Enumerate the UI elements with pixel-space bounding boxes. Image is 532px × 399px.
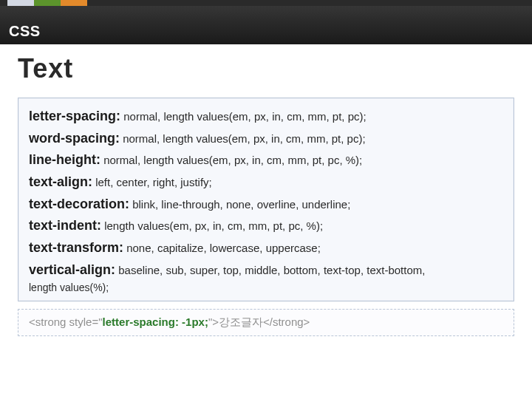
property-line: vertical-align: baseline, sub, super, to…: [29, 259, 503, 282]
accent-segment: [34, 0, 61, 6]
property-values: normal, length values(em, px, in, cm, mm…: [123, 110, 366, 123]
content-area: Text letter-spacing: normal, length valu…: [0, 44, 532, 345]
accent-segment: [0, 0, 7, 6]
header-title: CSS: [9, 23, 41, 40]
property-line: text-decoration: blink, line-through, no…: [29, 194, 503, 216]
property-name: letter-spacing:: [29, 109, 120, 123]
property-name: text-indent:: [29, 218, 101, 233]
property-name: text-decoration:: [29, 197, 129, 211]
property-name: text-transform:: [29, 240, 123, 255]
accent-bar: [0, 0, 532, 6]
accent-segment: [61, 0, 87, 6]
property-values: length values(em, px, in, cm, mm, pt, pc…: [104, 219, 323, 232]
property-name: text-align:: [29, 174, 92, 189]
property-values: left, center, right, justify;: [95, 176, 212, 188]
accent-segment: [87, 0, 532, 6]
property-name: vertical-align:: [29, 262, 115, 277]
property-values: normal, length values(em, px, in, cm, mm…: [123, 132, 365, 145]
code-pre: <strong style=": [29, 316, 103, 328]
accent-segment: [7, 0, 34, 6]
property-line: text-transform: none, capitalize, lowerc…: [29, 237, 503, 259]
property-values: normal, length values(em, px, in, cm, mm…: [103, 154, 362, 166]
header-bar: CSS: [0, 0, 532, 44]
slide-title: Text: [18, 53, 514, 84]
property-values: blink, line-through, none, overline, und…: [132, 198, 350, 211]
property-line: letter-spacing: normal, length values(em…: [29, 106, 503, 128]
property-name: word-spacing:: [29, 131, 120, 146]
code-line: <strong style="letter-spacing: -1px;">강조…: [29, 316, 503, 330]
property-values: none, capitalize, lowercase, uppercase;: [126, 242, 321, 254]
code-post: ">강조글자</strong>: [208, 316, 310, 328]
property-line: word-spacing: normal, length values(em, …: [29, 128, 503, 150]
property-name: line-height:: [29, 152, 100, 167]
property-line: line-height: normal, length values(em, p…: [29, 149, 503, 171]
property-trailing: length values(%);: [29, 282, 503, 293]
properties-box: letter-spacing: normal, length values(em…: [18, 98, 514, 301]
property-line: text-align: left, center, right, justify…: [29, 171, 503, 194]
code-highlight: letter-spacing: -1px;: [103, 316, 208, 328]
code-example-box: <strong style="letter-spacing: -1px;">강조…: [18, 309, 514, 336]
property-values: baseline, sub, super, top, middle, botto…: [118, 264, 425, 276]
property-line: text-indent: length values(em, px, in, c…: [29, 215, 503, 237]
